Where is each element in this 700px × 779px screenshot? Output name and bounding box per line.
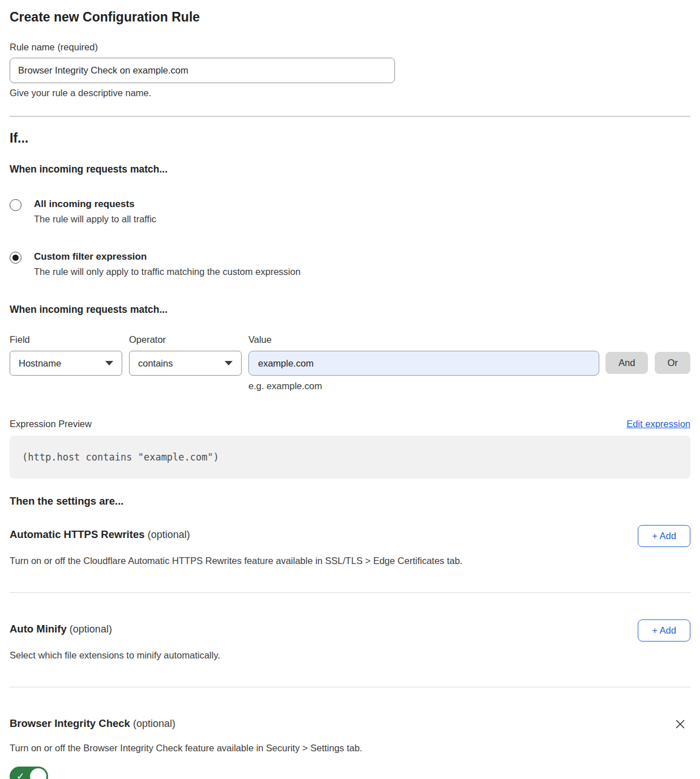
create-configuration-rule-page: Create new Configuration Rule Rule name … <box>0 10 700 779</box>
edit-expression-link[interactable]: Edit expression <box>626 419 690 429</box>
rule-name-label: Rule name (required) <box>10 42 690 53</box>
operator-label: Operator <box>129 334 242 345</box>
setting-title: Browser Integrity Check <box>10 717 130 729</box>
builder-heading: When incoming requests match... <box>10 304 690 316</box>
chevron-down-icon <box>225 361 233 365</box>
rule-name-input[interactable] <box>10 58 395 83</box>
section-divider <box>10 116 690 117</box>
value-label: Value <box>248 334 599 345</box>
setting-description: Select which file extensions to minify a… <box>10 650 690 661</box>
expression-builder-row: Field Hostname Operator contains Value e… <box>10 334 690 391</box>
if-heading: If... <box>10 131 690 146</box>
value-input[interactable] <box>248 351 599 376</box>
operator-select-value: contains <box>138 358 173 369</box>
setting-optional-tag: (optional) <box>133 718 175 729</box>
radio-button-selected[interactable] <box>10 252 22 264</box>
setting-browser-integrity-check: Browser Integrity Check (optional) Turn … <box>10 714 690 779</box>
setting-automatic-https-rewrites: Automatic HTTPS Rewrites (optional) + Ad… <box>10 525 690 566</box>
setting-description: Turn on or off the Cloudflare Automatic … <box>10 556 690 566</box>
close-icon <box>673 717 687 731</box>
radio-label: Custom filter expression <box>34 251 300 262</box>
setting-divider <box>10 592 690 593</box>
value-helper: e.g. example.com <box>248 381 599 391</box>
setting-description: Turn on or off the Browser Integrity Che… <box>10 743 690 754</box>
browser-integrity-check-toggle[interactable]: ✓ <box>10 767 48 779</box>
setting-divider <box>10 687 690 687</box>
field-label: Field <box>10 334 122 345</box>
match-heading: When incoming requests match... <box>10 163 690 175</box>
operator-select[interactable]: contains <box>129 351 242 376</box>
expression-preview-header: Expression Preview Edit expression <box>10 419 690 429</box>
radio-label: All incoming requests <box>34 199 156 210</box>
field-select[interactable]: Hostname <box>10 351 122 376</box>
chevron-down-icon <box>105 361 113 365</box>
radio-description: The rule will only apply to traffic matc… <box>34 266 300 277</box>
setting-title: Auto Minify <box>10 623 67 635</box>
radio-option-custom-filter-expression[interactable]: Custom filter expression The rule will o… <box>10 251 690 277</box>
setting-auto-minify: Auto Minify (optional) + Add Select whic… <box>10 619 690 661</box>
add-button[interactable]: + Add <box>638 525 690 547</box>
add-button[interactable]: + Add <box>638 619 690 642</box>
radio-description: The rule will apply to all traffic <box>34 214 156 225</box>
settings-heading: Then the settings are... <box>10 495 690 507</box>
check-icon: ✓ <box>16 772 24 779</box>
and-button[interactable]: And <box>605 352 648 374</box>
setting-optional-tag: (optional) <box>70 623 112 635</box>
rule-name-helper: Give your rule a descriptive name. <box>10 88 690 98</box>
expression-preview-label: Expression Preview <box>10 419 92 429</box>
or-button[interactable]: Or <box>655 352 690 374</box>
expression-text: (http.host contains "example.com") <box>22 451 219 463</box>
remove-setting-button[interactable] <box>670 714 690 734</box>
setting-optional-tag: (optional) <box>148 529 190 540</box>
page-title: Create new Configuration Rule <box>10 10 690 25</box>
radio-button-unselected[interactable] <box>10 199 22 211</box>
field-select-value: Hostname <box>19 358 61 369</box>
expression-preview-code: (http.host contains "example.com") <box>10 436 690 479</box>
setting-title: Automatic HTTPS Rewrites <box>10 528 145 540</box>
toggle-knob <box>30 768 46 779</box>
radio-option-all-incoming-requests[interactable]: All incoming requests The rule will appl… <box>10 199 690 225</box>
